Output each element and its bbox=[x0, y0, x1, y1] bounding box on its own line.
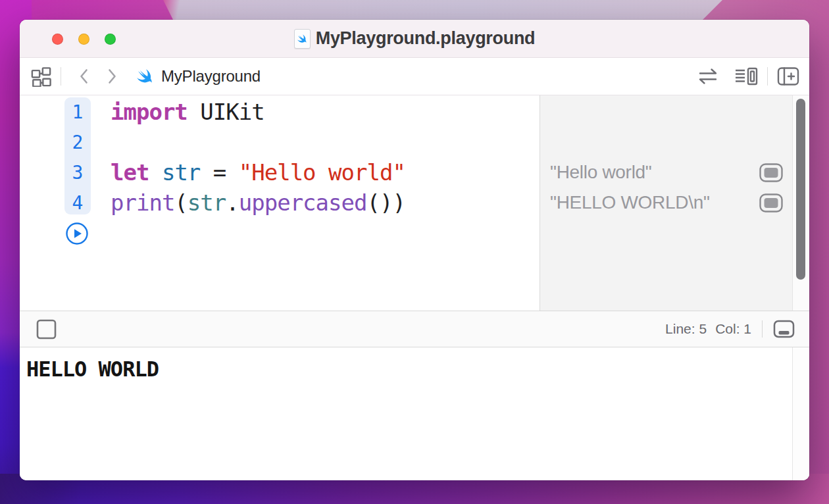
code-text: print(str.uppercased()) bbox=[111, 189, 405, 216]
result-value: "Hello world" bbox=[550, 162, 651, 183]
xcode-playground-window: MyPlayground.playground bbox=[20, 20, 809, 480]
editor-options-button[interactable] bbox=[734, 66, 758, 86]
stop-square-icon bbox=[36, 319, 57, 340]
forward-button[interactable] bbox=[105, 68, 119, 85]
wallpaper-lavender-band bbox=[163, 0, 722, 22]
jumpbar-document-name[interactable]: MyPlayground bbox=[161, 67, 261, 86]
editor-scrollbar-track[interactable] bbox=[792, 95, 809, 311]
run-button[interactable] bbox=[66, 222, 88, 245]
debug-bar: Line: 5 Col: 1 bbox=[20, 311, 809, 347]
toolbar-separator bbox=[767, 67, 768, 86]
code-line[interactable]: 4print(str.uppercased()) bbox=[20, 188, 540, 218]
line-number: 1 bbox=[64, 101, 91, 123]
desktop-wallpaper: MyPlayground.playground bbox=[0, 0, 829, 504]
code-editor[interactable]: 1import UIKit23let str = "Hello world"4p… bbox=[20, 95, 540, 311]
console-output: HELLO WORLD bbox=[26, 357, 809, 382]
quicklook-icon bbox=[759, 193, 783, 213]
code-line[interactable]: 3let str = "Hello world" bbox=[20, 157, 540, 188]
zoom-button[interactable] bbox=[105, 34, 116, 45]
code-text: import UIKit bbox=[111, 99, 264, 125]
playground-document-icon[interactable] bbox=[294, 29, 311, 49]
editor-grid-icon bbox=[31, 66, 51, 87]
add-editor-icon bbox=[777, 66, 799, 86]
hide-debug-area-button[interactable] bbox=[773, 320, 795, 338]
quicklook-result-button[interactable] bbox=[759, 193, 783, 213]
console-area[interactable]: HELLO WORLD bbox=[20, 347, 809, 480]
bottom-panel-icon bbox=[773, 320, 795, 338]
toolbar: MyPlayground bbox=[20, 58, 809, 95]
minimize-button[interactable] bbox=[78, 34, 89, 45]
swift-bird-icon bbox=[296, 33, 308, 45]
add-editor-button[interactable] bbox=[777, 66, 799, 86]
editor-scrollbar-thumb[interactable] bbox=[796, 99, 805, 280]
quicklook-icon bbox=[759, 163, 783, 182]
result-row: "Hello world" bbox=[550, 159, 783, 186]
result-row: "HELLO WORLD\n" bbox=[550, 189, 783, 216]
line-col-indicator: Line: 5 Col: 1 bbox=[665, 321, 751, 337]
console-scrollbar-track[interactable] bbox=[792, 347, 809, 480]
swift-icon bbox=[135, 66, 155, 86]
line-number: 2 bbox=[64, 132, 91, 153]
code-text: let str = "Hello world" bbox=[111, 159, 405, 186]
toolbar-separator bbox=[61, 67, 61, 86]
results-sidebar: "Hello world""HELLO WORLD\n" bbox=[540, 95, 792, 311]
titlebar[interactable]: MyPlayground.playground bbox=[20, 20, 809, 58]
close-button[interactable] bbox=[52, 34, 63, 45]
line-number: 3 bbox=[64, 162, 91, 184]
play-icon bbox=[66, 222, 88, 245]
code-review-button[interactable] bbox=[697, 68, 718, 85]
swap-arrows-icon bbox=[697, 68, 718, 85]
code-line[interactable]: 2 bbox=[20, 127, 540, 157]
col-indicator: Col: 1 bbox=[715, 321, 751, 337]
line-number: 4 bbox=[64, 192, 91, 214]
chevron-right-icon bbox=[105, 68, 119, 85]
editor-area: 1import UIKit23let str = "Hello world"4p… bbox=[20, 95, 809, 311]
stop-button[interactable] bbox=[36, 319, 57, 341]
editor-grid-button[interactable] bbox=[31, 66, 51, 87]
editor-options-icon bbox=[734, 66, 758, 86]
back-button[interactable] bbox=[77, 68, 91, 85]
window-title: MyPlayground.playground bbox=[316, 28, 536, 49]
debugbar-separator bbox=[762, 320, 763, 338]
chevron-left-icon bbox=[77, 68, 91, 85]
line-indicator: Line: 5 bbox=[665, 321, 707, 337]
code-line[interactable]: 1import UIKit bbox=[20, 97, 540, 127]
result-value: "HELLO WORLD\n" bbox=[550, 192, 710, 213]
quicklook-result-button[interactable] bbox=[759, 163, 783, 182]
